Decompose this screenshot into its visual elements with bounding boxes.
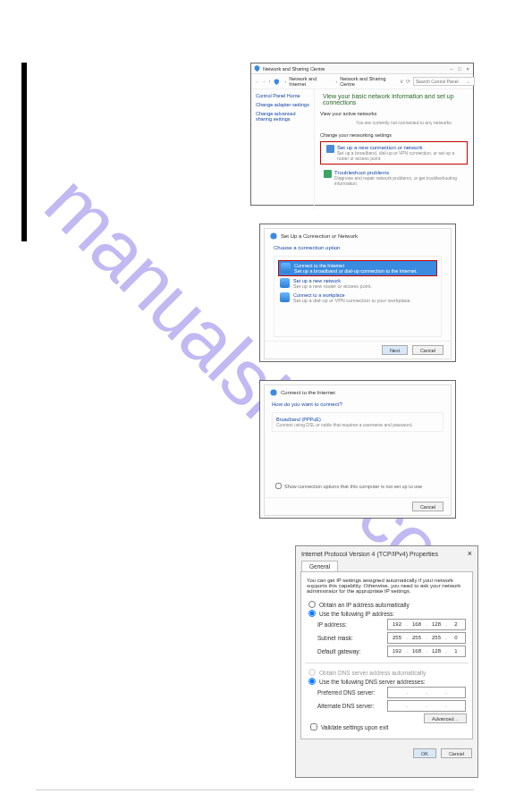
page-title: View your basic network information and …	[323, 93, 468, 106]
title-bar: Connect to the Internet	[265, 385, 451, 400]
ipv4-panel: You can get IP settings assigned automat…	[300, 571, 473, 739]
setup-connection-desc: Set up a broadband, dial-up or VPN conne…	[337, 150, 461, 161]
alternate-dns-field: Alternate DNS server: ...	[317, 700, 467, 712]
troubleshoot-desc: Diagnose and repair network problems, or…	[334, 175, 464, 186]
title-bar: Network and Sharing Centre – □ ×	[251, 63, 473, 74]
network-setup-icon	[326, 145, 334, 153]
options-list: Connect to the InternetSet up a broadban…	[274, 256, 442, 337]
page-divider	[36, 789, 474, 790]
choose-heading: Choose a connection option	[265, 243, 451, 252]
obtain-dns-radio: Obtain DNS server address automatically	[307, 669, 467, 676]
button-row: Next Cancel	[265, 341, 451, 359]
broadband-option[interactable]: Broadband (PPPoE) Connect using DSL or c…	[272, 412, 443, 432]
setup-connection-item[interactable]: Set up a new connection or network Set u…	[323, 143, 465, 163]
workplace-icon	[280, 292, 290, 302]
minimize-button[interactable]: –	[449, 66, 454, 72]
change-settings-label: Change your networking settings	[320, 132, 468, 138]
how-connect-heading: How do you want to connect?	[265, 400, 451, 409]
connect-internet-window: Connect to the Internet How do you want …	[259, 380, 456, 519]
default-gateway-field: Default gateway: 192. 168. 128. 1	[317, 646, 467, 657]
active-networks-label: View your active networks	[320, 111, 468, 116]
not-connected-text: You are currently not connected to any n…	[356, 120, 468, 125]
sidebar-adv-sharing[interactable]: Change advanced sharing settings	[256, 111, 309, 122]
validate-checkbox[interactable]: Validate settings upon exit	[307, 721, 388, 733]
svg-point-0	[270, 232, 276, 239]
nav-back-icon[interactable]: ←	[255, 79, 260, 84]
maximize-button[interactable]: □	[457, 66, 462, 72]
tab-general[interactable]: General	[301, 561, 338, 571]
search-input[interactable]	[413, 77, 475, 86]
search-icon[interactable]: ⌕	[467, 79, 469, 84]
breadcrumb-bar: ← → ↑ › Network and Internet › Network a…	[251, 74, 473, 89]
cancel-button[interactable]: Cancel	[412, 345, 443, 355]
ip-address-input[interactable]: 192. 168. 128. 2	[387, 619, 466, 630]
connect-internet-highlight: Connect to the InternetSet up a broadban…	[278, 260, 437, 276]
breadcrumb-seg[interactable]: Network and Sharing Centre	[340, 76, 400, 87]
window-title: Connect to the Internet	[281, 390, 335, 395]
sidebar-adapter[interactable]: Change adapter settings	[256, 102, 309, 107]
troubleshoot-icon	[324, 170, 332, 178]
shield-icon	[274, 79, 280, 85]
advanced-button[interactable]: Advanced…	[424, 713, 467, 723]
setup-connection-item-highlight: Set up a new connection or network Set u…	[320, 141, 468, 165]
sidebar-home[interactable]: Control Panel Home	[256, 93, 309, 98]
globe-icon	[270, 389, 277, 396]
title-bar: Internet Protocol Version 4 (TCP/IPv4) P…	[296, 546, 477, 561]
globe-icon	[281, 263, 291, 273]
window-title: Network and Sharing Centre	[263, 66, 325, 72]
obtain-ip-radio[interactable]: Obtain an IP address automatically	[307, 601, 467, 608]
network-sharing-window: Network and Sharing Centre – □ × ← → ↑ ›…	[250, 63, 474, 206]
main-content: View your basic network information and …	[315, 89, 473, 209]
setup-connection-window: Set Up a Connection or Network Choose a …	[259, 224, 456, 362]
shield-icon	[254, 65, 260, 72]
nav-fwd-icon[interactable]: →	[262, 79, 267, 84]
cancel-button[interactable]: Cancel	[412, 502, 443, 511]
router-icon	[280, 278, 290, 288]
window-title: Set Up a Connection or Network	[281, 233, 358, 239]
use-ip-radio[interactable]: Use the following IP address:	[307, 610, 467, 617]
nav-up-icon[interactable]: ↑	[268, 79, 271, 84]
show-more-checkbox[interactable]: Show connection options that this comput…	[272, 480, 443, 492]
dialog-button-row: OK Cancel	[296, 744, 477, 758]
subnet-mask-input[interactable]: 255. 255. 255. 0	[387, 632, 466, 644]
connect-workplace-option[interactable]: Connect to a workplaceSet up a dial-up o…	[278, 291, 437, 305]
ok-button[interactable]: OK	[413, 748, 436, 758]
show-more-checkbox-input[interactable]	[275, 483, 282, 489]
connect-internet-option[interactable]: Connect to the InternetSet up a broadban…	[279, 261, 436, 275]
sidebar: Control Panel Home Change adapter settin…	[251, 89, 315, 209]
close-button[interactable]: ×	[465, 66, 470, 72]
close-button[interactable]: ×	[468, 549, 472, 558]
subnet-mask-field: Subnet mask: 255. 255. 255. 0	[317, 632, 467, 644]
title-bar: Set Up a Connection or Network	[265, 229, 451, 243]
troubleshoot-item[interactable]: Troubleshoot problems Diagnose and repai…	[320, 168, 468, 188]
preferred-dns-field: Preferred DNS server: ...	[317, 687, 467, 698]
default-gateway-input[interactable]: 192. 168. 128. 1	[387, 646, 466, 657]
globe-icon	[270, 232, 277, 240]
ipv4-description: You can get IP settings assigned automat…	[307, 578, 467, 594]
cancel-button[interactable]: Cancel	[441, 748, 472, 758]
ip-address-field: IP address: 192. 168. 128. 2	[317, 619, 467, 630]
next-button[interactable]: Next	[382, 345, 408, 355]
left-margin-bar	[21, 63, 27, 241]
dialog-title: Internet Protocol Version 4 (TCP/IPv4) P…	[301, 551, 438, 557]
preferred-dns-input[interactable]: ...	[387, 687, 466, 698]
svg-point-1	[270, 389, 276, 395]
button-row: Cancel	[265, 497, 451, 515]
alternate-dns-input[interactable]: ...	[387, 700, 466, 712]
setup-new-network-option[interactable]: Set up a new networkSet up a new router …	[278, 276, 437, 291]
use-dns-radio[interactable]: Use the following DNS server addresses:	[307, 678, 467, 685]
broadband-desc: Connect using DSL or cable that requires…	[276, 422, 439, 427]
breadcrumb-seg[interactable]: Network and Internet	[289, 76, 333, 87]
ipv4-properties-dialog: Internet Protocol Version 4 (TCP/IPv4) P…	[295, 545, 478, 778]
